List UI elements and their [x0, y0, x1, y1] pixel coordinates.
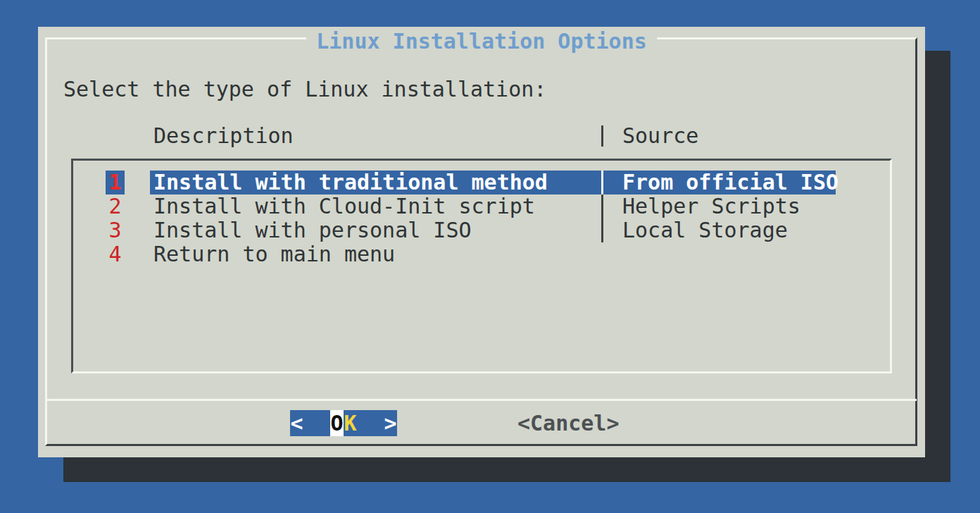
menu-item-tag: 2	[106, 194, 125, 218]
menu-item-tag: 1	[106, 171, 125, 194]
menu-item-personal-iso-install[interactable]: 3 Install with personal ISO | Local Stor…	[73, 218, 890, 242]
column-header-row: Description | Source	[38, 124, 925, 148]
menu-item-return-main-menu[interactable]: 4 Return to main menu	[73, 242, 890, 266]
column-header-description: Description	[153, 124, 294, 148]
button-area-separator	[45, 399, 917, 401]
menu-item-traditional-install[interactable]: 1 Install with traditional method | From…	[73, 171, 890, 194]
installation-options-dialog: Linux Installation Options Select the ty…	[38, 27, 925, 457]
menu-item-source: From official ISO	[622, 171, 838, 194]
menu-item-description: Install with traditional method	[153, 171, 548, 194]
menu-list: 1 Install with traditional method | From…	[71, 159, 892, 373]
ok-button[interactable]: < O K >	[290, 410, 397, 436]
ok-right-bracket: >	[384, 410, 397, 436]
column-separator-icon: |	[601, 125, 603, 147]
ok-left-bracket: <	[290, 410, 303, 436]
menu-item-description: Install with personal ISO	[153, 218, 472, 242]
column-separator-icon	[601, 242, 603, 266]
menu-item-source: Local Storage	[622, 218, 788, 242]
dialog-message: Select the type of Linux installation:	[63, 78, 546, 101]
column-header-source: Source	[622, 124, 698, 148]
menu-item-source: Helper Scripts	[622, 194, 800, 218]
menu-item-tag: 4	[106, 242, 125, 266]
menu-item-tag: 3	[106, 218, 125, 242]
menu-item-description: Return to main menu	[153, 242, 395, 266]
dialog-title: Linux Installation Options	[306, 30, 657, 54]
menu-item-description: Install with Cloud-Init script	[153, 194, 535, 218]
menu-item-cloud-init-install[interactable]: 2 Install with Cloud-Init script | Helpe…	[73, 194, 890, 218]
column-separator-icon: |	[601, 218, 603, 242]
terminal-screen: Linux Installation Options Select the ty…	[0, 0, 980, 513]
ok-label-char: K	[344, 410, 357, 436]
ok-cursor-char: O	[330, 410, 344, 436]
column-separator-icon: |	[601, 194, 603, 218]
cancel-button[interactable]: <Cancel>	[517, 410, 620, 436]
column-separator-icon: |	[601, 171, 603, 194]
